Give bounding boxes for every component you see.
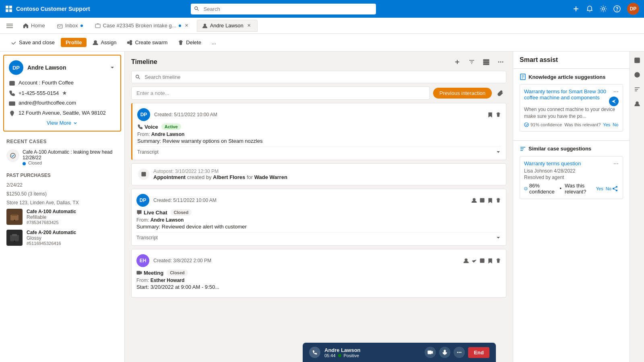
phone-call-icon (312, 350, 318, 355)
tab-case-close[interactable]: ✕ (184, 23, 190, 29)
tl-delete-icon-1[interactable] (495, 112, 501, 117)
tab-inbox[interactable]: Inbox (52, 20, 88, 31)
call-more-button[interactable] (454, 347, 465, 358)
similar-no-1[interactable]: No (606, 186, 611, 191)
profile-chevron-down-icon[interactable] (109, 64, 116, 71)
similar-case-title-1[interactable]: Warranty terms question (524, 160, 581, 167)
tl-delete-icon-3[interactable] (495, 258, 501, 263)
svg-rect-2 (6, 9, 8, 12)
timeline-view-button[interactable] (481, 56, 492, 68)
timeline-more-button[interactable] (495, 56, 506, 68)
purchase-item-2[interactable]: Cafe A-200 Automatic Glossy #51169453264… (0, 227, 124, 248)
attach-button[interactable] (495, 88, 506, 99)
purchase-item-1[interactable]: Cafe A-100 Automatic Refillable #7853476… (0, 206, 124, 227)
timeline-search-input[interactable] (131, 71, 506, 83)
similar-case-more-button-1[interactable]: ··· (613, 160, 619, 167)
tl-check-icon-3[interactable] (471, 258, 477, 263)
tab-home[interactable]: Home (18, 20, 50, 31)
similar-cases-title: Similar case suggestions (520, 146, 623, 152)
app-title: Contoso Customer Support (16, 6, 90, 12)
timeline-search[interactable] (131, 71, 506, 83)
svg-point-36 (502, 62, 504, 63)
call-video-button[interactable] (425, 347, 436, 358)
profile-button[interactable]: Profile (61, 38, 87, 47)
svg-point-35 (500, 62, 502, 63)
settings-icon[interactable] (600, 5, 607, 12)
search-bar[interactable] (191, 4, 376, 14)
create-swarm-button[interactable]: Create swarm (122, 37, 172, 48)
tab-andre-close[interactable]: ✕ (246, 23, 252, 29)
address-value: 12 Fourth Avenue, Seattle, WA 98102 (19, 110, 106, 116)
tl-type-2: Live Chat (136, 210, 167, 216)
tl-transcript-2[interactable]: Transcript (136, 232, 501, 241)
similar-yes-1[interactable]: Yes (596, 186, 603, 191)
notifications-icon[interactable] (586, 5, 593, 12)
knowledge-card-title-1[interactable]: Warranty terms for Smart Brew 300 coffee… (524, 88, 609, 101)
assign-label: Assign (101, 39, 116, 45)
svg-rect-54 (428, 351, 431, 354)
help-icon[interactable] (613, 5, 621, 12)
sidebar-icon-1[interactable] (632, 55, 643, 66)
user-avatar[interactable]: DP (627, 3, 639, 15)
add-icon[interactable] (572, 5, 580, 12)
tl-from-3: From: Esther Howard (136, 278, 501, 283)
autopost-time: Autopost: 3/10/2022 12:30 PM (153, 169, 287, 174)
tl-note-icon-2[interactable] (479, 197, 485, 203)
email-value: andre@fourthcoffee.com (19, 100, 76, 106)
timeline-filter-button[interactable] (466, 56, 477, 68)
search-input[interactable] (191, 4, 376, 14)
sidebar-icon-3[interactable] (632, 84, 643, 95)
save-close-button[interactable]: Save and close (6, 37, 59, 48)
recent-case-item[interactable]: Cafe A-100 Automatic : leaking brew head… (0, 146, 124, 169)
tab-case[interactable]: Case #23345 Broken intake g... ✕ (90, 20, 195, 32)
toolbar: Save and close Profile Assign Create swa… (0, 34, 644, 51)
timeline-add-button[interactable] (452, 56, 463, 68)
svg-rect-0 (6, 6, 8, 8)
more-button[interactable]: ... (207, 37, 221, 48)
tl-bookmark-icon-1[interactable] (487, 112, 493, 117)
tl-badge-3: Closed (167, 269, 188, 276)
tl-avatar-2: DP (136, 194, 149, 207)
delete-button[interactable]: Delete (173, 37, 206, 48)
timeline-header: Timeline (125, 51, 513, 71)
svg-rect-13 (95, 24, 100, 28)
tl-bookmark-icon-2[interactable] (487, 197, 493, 203)
view-more-button[interactable]: View More (9, 120, 116, 126)
call-end-button[interactable]: End (468, 347, 489, 358)
account-value: Account : Fourth Coffee (19, 80, 74, 86)
prev-interaction-badge[interactable]: Previous interaction (433, 88, 492, 99)
purchase-sku-1: #785347683425 (27, 220, 76, 225)
sidebar-icon-4[interactable] (632, 98, 643, 109)
knowledge-card-1: Warranty terms for Smart Brew 300 coffee… (520, 84, 623, 132)
purchase-sub-2: Glossy (27, 235, 76, 241)
tl-note-icon-3[interactable] (479, 258, 485, 263)
call-time: 05:44 (324, 353, 336, 358)
sidebar-toggle[interactable] (3, 19, 16, 32)
voice-icon (137, 124, 143, 130)
inbox-dot (80, 25, 83, 27)
sidebar-icon-2[interactable] (632, 69, 643, 80)
call-status: 05:44 Positive (324, 353, 421, 358)
svg-line-5 (197, 9, 198, 10)
call-mute-button[interactable] (439, 347, 450, 358)
tl-assign-icon-2[interactable] (471, 197, 477, 203)
tl-assign-icon-3[interactable] (463, 258, 469, 263)
note-input[interactable]: Enter a note... (131, 86, 430, 100)
tab-andre[interactable]: Andre Lawson ✕ (197, 20, 258, 32)
svg-point-48 (616, 186, 617, 187)
timeline-title: Timeline (131, 58, 452, 66)
assign-button[interactable]: Assign (88, 37, 121, 48)
knowledge-send-button-1[interactable] (609, 97, 619, 106)
purchase-name-1: Cafe A-100 Automatic (27, 209, 76, 214)
svg-rect-10 (6, 25, 13, 26)
knowledge-no-1[interactable]: No (613, 122, 618, 127)
similar-share-button-1[interactable] (611, 184, 619, 193)
phone-star-icon[interactable]: ★ (62, 90, 67, 96)
tl-delete-icon-2[interactable] (495, 197, 501, 203)
tab-inbox-label: Inbox (65, 23, 78, 29)
nav-tabs-bar: Home Inbox Case #23345 Broken intake g..… (0, 18, 644, 34)
knowledge-more-button-1[interactable]: ··· (613, 88, 619, 95)
tl-bookmark-icon-3[interactable] (487, 258, 493, 263)
knowledge-yes-1[interactable]: Yes (603, 122, 610, 127)
tl-transcript-1[interactable]: Transcript (137, 146, 501, 155)
